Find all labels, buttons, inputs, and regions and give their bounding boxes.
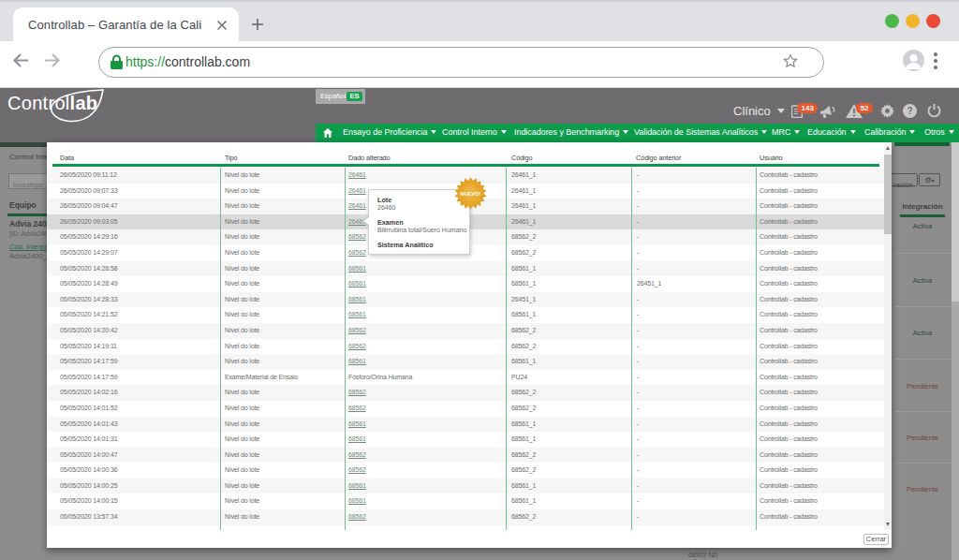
svg-text:NUEVO!: NUEVO!: [460, 191, 480, 197]
svg-text:?: ?: [907, 106, 912, 116]
